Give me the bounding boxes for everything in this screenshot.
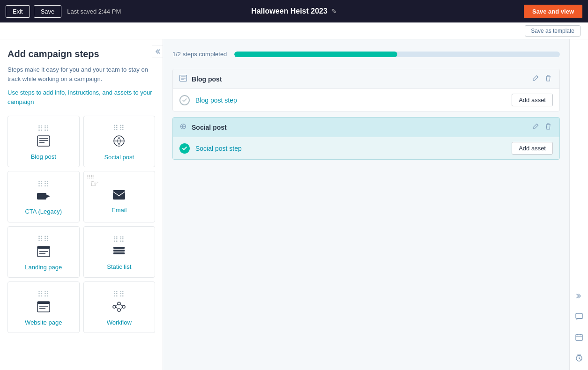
svg-rect-12 — [113, 247, 125, 249]
workflow-icon — [112, 301, 126, 315]
progress-bar-fill — [234, 52, 397, 57]
svg-line-26 — [120, 307, 122, 310]
delete-step-blog-post-button[interactable] — [543, 74, 553, 84]
drag-handle-workflow: ⠿⠿ — [113, 291, 125, 298]
last-saved-text: Last saved 2:44 PM — [67, 8, 121, 15]
asset-card-email[interactable]: ⠿⠿ Email ☞ — [83, 171, 156, 222]
svg-rect-13 — [113, 250, 125, 252]
website-page-icon — [37, 301, 50, 315]
delete-step-social-post-button[interactable] — [543, 122, 553, 132]
exit-button[interactable]: Exit — [6, 5, 30, 18]
svg-line-24 — [116, 307, 118, 309]
svg-rect-6 — [37, 193, 46, 200]
svg-point-22 — [122, 305, 125, 308]
main-layout: Add campaign steps Steps make it easy fo… — [0, 39, 588, 370]
edit-step-social-post-button[interactable] — [530, 122, 541, 132]
asset-label-blog-post: Blog post — [31, 153, 56, 160]
calendar-icon[interactable] — [573, 331, 586, 344]
drag-handle-static-list: ⠿⠿ — [113, 236, 125, 244]
asset-card-landing-page[interactable]: ⠿⠿ Landing page — [7, 226, 80, 278]
drag-handle-email: ⠿⠿ — [87, 174, 94, 180]
edit-title-icon[interactable]: ✎ — [331, 7, 337, 15]
step-check-social-post — [179, 143, 190, 154]
svg-line-25 — [120, 304, 122, 306]
asset-grid: ⠿⠿ Blog post ⠿⠿ — [7, 116, 155, 333]
static-list-icon — [113, 246, 125, 259]
email-icon — [112, 190, 126, 203]
steps-progress-header: 1/2 steps completed — [172, 51, 560, 58]
asset-card-static-list[interactable]: ⠿⠿ Static list — [83, 226, 156, 278]
blog-post-type-icon — [179, 75, 187, 83]
save-and-view-button[interactable]: Save and view — [524, 5, 582, 18]
asset-label-website-page: Website page — [25, 319, 62, 326]
step-actions-social-post — [530, 122, 553, 132]
navbar: Exit Save Last saved 2:44 PM Halloween H… — [0, 0, 588, 22]
asset-card-blog-post[interactable]: ⠿⠿ Blog post — [7, 116, 80, 167]
svg-line-23 — [116, 304, 118, 307]
svg-rect-41 — [577, 355, 581, 355]
subbar: Save as template — [0, 22, 588, 39]
sidebar-collapse-button[interactable] — [152, 45, 163, 58]
svg-line-40 — [579, 358, 581, 359]
svg-point-19 — [113, 305, 116, 308]
schedule-icon[interactable] — [573, 351, 586, 364]
steps-progress-label: 1/2 steps completed — [172, 51, 227, 58]
svg-rect-14 — [113, 252, 125, 254]
cta-legacy-icon — [37, 191, 51, 204]
asset-card-social-post[interactable]: ⠿⠿ Social post — [83, 116, 156, 167]
drag-handle-social-post: ⠿⠿ — [113, 125, 125, 132]
step-header-blog-post: Blog post — [173, 69, 559, 89]
add-asset-blog-post-button[interactable]: Add asset — [512, 94, 553, 106]
step-type-label-social-post: Social post — [192, 124, 526, 131]
campaign-title-area: Halloween Heist 2023 ✎ — [251, 7, 337, 15]
asset-label-landing-page: Landing page — [25, 264, 62, 271]
asset-card-website-page[interactable]: ⠿⠿ Website page — [7, 281, 80, 333]
progress-bar-container — [234, 52, 560, 57]
step-header-social-post: Social post — [173, 118, 559, 137]
social-post-type-icon — [179, 123, 187, 131]
add-asset-social-post-button[interactable]: Add asset — [512, 142, 553, 155]
sidebar-desc1: Steps make it easy for you and your team… — [7, 65, 155, 83]
asset-label-email: Email — [112, 207, 127, 214]
asset-card-workflow[interactable]: ⠿⠿ Workflow — [83, 281, 156, 333]
svg-rect-33 — [576, 313, 582, 318]
drag-handle-blog-post: ⠿⠿ — [37, 125, 50, 133]
save-as-template-button[interactable]: Save as template — [525, 25, 581, 37]
sidebar-title: Add campaign steps — [7, 49, 155, 59]
step-type-label-blog-post: Blog post — [192, 75, 526, 83]
step-check-blog-post — [179, 95, 190, 105]
step-card-blog-post: Blog post — [172, 69, 560, 111]
drag-handle-landing-page: ⠿⠿ — [37, 236, 50, 243]
drag-handle-website-page: ⠿⠿ — [37, 291, 50, 298]
edit-step-blog-post-button[interactable] — [530, 74, 541, 84]
chat-icon[interactable] — [573, 310, 586, 323]
center-content: 1/2 steps completed Blog post — [163, 39, 569, 370]
svg-point-21 — [118, 309, 120, 311]
sidebar-scroll-area: Add campaign steps Steps make it easy fo… — [0, 39, 163, 370]
step-name-social-post[interactable]: Social post step — [195, 145, 506, 152]
sidebar-desc2: Use steps to add info, instructions, and… — [7, 88, 155, 106]
asset-label-workflow: Workflow — [107, 319, 132, 326]
landing-page-icon — [37, 246, 50, 260]
left-sidebar: Add campaign steps Steps make it easy fo… — [0, 39, 163, 370]
social-post-icon — [113, 135, 125, 150]
asset-label-social-post: Social post — [104, 154, 134, 161]
svg-rect-16 — [37, 302, 50, 304]
asset-label-cta-legacy: CTA (Legacy) — [25, 208, 62, 215]
step-body-blog-post: Blog post step Add asset — [173, 89, 559, 111]
svg-rect-9 — [37, 246, 50, 249]
blog-post-icon — [37, 135, 50, 149]
save-button[interactable]: Save — [34, 5, 62, 18]
right-sidebar-collapse-button[interactable] — [573, 289, 586, 303]
step-body-social-post: Social post step Add asset — [173, 137, 559, 159]
step-actions-blog-post — [530, 74, 553, 84]
step-card-social-post: Social post — [172, 117, 560, 160]
svg-point-20 — [118, 302, 120, 305]
svg-rect-7 — [113, 190, 125, 200]
asset-label-static-list: Static list — [107, 263, 131, 270]
campaign-title: Halloween Heist 2023 — [251, 7, 327, 15]
right-sidebar — [569, 39, 588, 370]
drag-handle-cta-legacy: ⠿⠿ — [37, 181, 50, 188]
step-name-blog-post[interactable]: Blog post step — [195, 96, 506, 104]
asset-card-cta-legacy[interactable]: ⠿⠿ CTA (Legacy) — [7, 171, 80, 222]
